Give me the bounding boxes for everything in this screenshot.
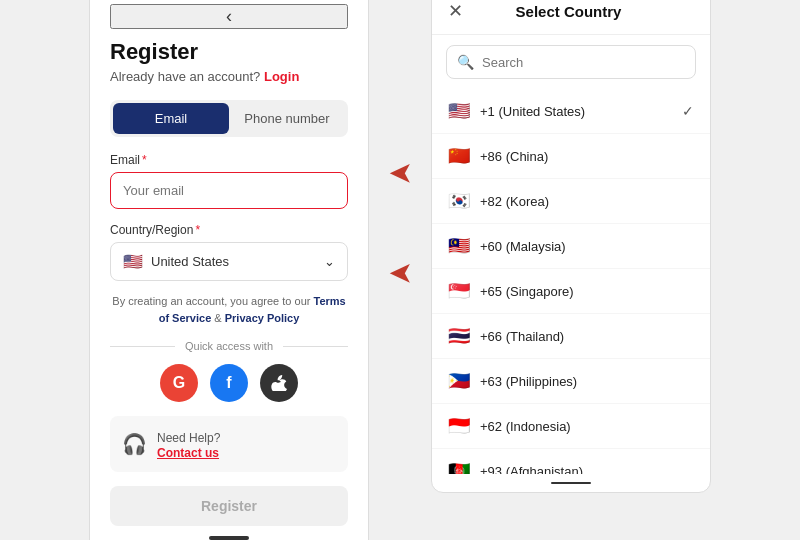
- country-name: +63 (Philippines): [480, 374, 577, 389]
- help-text-area: Need Help? Contact us: [157, 428, 220, 460]
- country-name: +65 (Singapore): [480, 284, 574, 299]
- panel-bottom-indicator: [551, 482, 591, 484]
- country-flag: 🇸🇬: [448, 280, 470, 302]
- country-name: +86 (China): [480, 149, 548, 164]
- panel-title: Select Country: [516, 3, 622, 20]
- country-item[interactable]: 🇨🇳 +86 (China): [432, 134, 710, 179]
- register-panel: ‹ Register Already have an account? Logi…: [89, 0, 369, 540]
- country-item[interactable]: 🇰🇷 +82 (Korea): [432, 179, 710, 224]
- check-mark: ✓: [682, 103, 694, 119]
- dropdown-arrow-icon: ⌄: [324, 254, 335, 269]
- country-flag: 🇺🇸: [448, 100, 470, 122]
- quick-access-line-left: [110, 346, 175, 347]
- login-link[interactable]: Login: [264, 69, 299, 84]
- country-flag: 🇲🇾: [448, 235, 470, 257]
- email-label: Email*: [110, 153, 348, 167]
- arrow-2: ➤: [389, 258, 411, 289]
- country-item-left: 🇵🇭 +63 (Philippines): [448, 370, 577, 392]
- selected-country-flag: 🇺🇸: [123, 252, 143, 271]
- country-selector[interactable]: 🇺🇸 United States ⌄: [110, 242, 348, 281]
- arrows-container: ➤ ➤: [389, 123, 411, 323]
- country-flag: 🇦🇫: [448, 460, 470, 474]
- quick-access-label: Quick access with: [185, 340, 273, 352]
- google-button[interactable]: G: [160, 364, 198, 402]
- country-flag: 🇹🇭: [448, 325, 470, 347]
- country-item-left: 🇹🇭 +66 (Thailand): [448, 325, 564, 347]
- close-button[interactable]: ✕: [448, 0, 463, 22]
- required-star-country: *: [195, 223, 200, 237]
- country-flag: 🇵🇭: [448, 370, 470, 392]
- country-name: +62 (Indonesia): [480, 419, 571, 434]
- need-help-label: Need Help?: [157, 431, 220, 445]
- terms-text: By creating an account, you agree to our…: [110, 293, 348, 326]
- search-box: 🔍: [446, 45, 696, 79]
- country-item-left: 🇦🇫 +93 (Afghanistan): [448, 460, 583, 474]
- country-item[interactable]: 🇺🇸 +1 (United States) ✓: [432, 89, 710, 134]
- country-item-left: 🇰🇷 +82 (Korea): [448, 190, 549, 212]
- country-name: +1 (United States): [480, 104, 585, 119]
- bottom-indicator: [209, 536, 249, 540]
- email-input[interactable]: [110, 172, 348, 209]
- country-item[interactable]: 🇹🇭 +66 (Thailand): [432, 314, 710, 359]
- country-item[interactable]: 🇮🇩 +62 (Indonesia): [432, 404, 710, 449]
- help-icon: 🎧: [122, 432, 147, 456]
- country-item[interactable]: 🇲🇾 +60 (Malaysia): [432, 224, 710, 269]
- country-panel: ✕ Select Country 🔍 🇺🇸 +1 (United States)…: [431, 0, 711, 493]
- country-flag: 🇮🇩: [448, 415, 470, 437]
- country-selector-left: 🇺🇸 United States: [123, 252, 229, 271]
- required-star: *: [142, 153, 147, 167]
- facebook-button[interactable]: f: [210, 364, 248, 402]
- already-account-text: Already have an account? Login: [110, 69, 348, 84]
- social-buttons: G f: [110, 364, 348, 402]
- country-item-left: 🇨🇳 +86 (China): [448, 145, 548, 167]
- country-list: 🇺🇸 +1 (United States) ✓ 🇨🇳 +86 (China) 🇰…: [432, 89, 710, 474]
- privacy-link[interactable]: Privacy Policy: [225, 312, 300, 324]
- apple-icon: [271, 375, 287, 391]
- tab-group: Email Phone number: [110, 100, 348, 137]
- country-flag: 🇰🇷: [448, 190, 470, 212]
- tab-phone[interactable]: Phone number: [229, 103, 345, 134]
- tab-email[interactable]: Email: [113, 103, 229, 134]
- contact-us-link[interactable]: Contact us: [157, 446, 220, 460]
- country-name: +60 (Malaysia): [480, 239, 566, 254]
- country-flag: 🇨🇳: [448, 145, 470, 167]
- register-title: Register: [110, 39, 348, 65]
- country-item[interactable]: 🇸🇬 +65 (Singapore): [432, 269, 710, 314]
- quick-access-line-right: [283, 346, 348, 347]
- country-item[interactable]: 🇵🇭 +63 (Philippines): [432, 359, 710, 404]
- country-item[interactable]: 🇦🇫 +93 (Afghanistan): [432, 449, 710, 474]
- country-name: +66 (Thailand): [480, 329, 564, 344]
- selected-country-name: United States: [151, 254, 229, 269]
- country-item-left: 🇸🇬 +65 (Singapore): [448, 280, 574, 302]
- back-button[interactable]: ‹: [110, 4, 348, 29]
- country-item-left: 🇺🇸 +1 (United States): [448, 100, 585, 122]
- arrow-1: ➤: [389, 158, 411, 189]
- country-panel-header: ✕ Select Country: [432, 0, 710, 35]
- help-box: 🎧 Need Help? Contact us: [110, 416, 348, 472]
- country-label: Country/Region*: [110, 223, 348, 237]
- register-button[interactable]: Register: [110, 486, 348, 526]
- quick-access-row: Quick access with: [110, 340, 348, 352]
- country-name: +93 (Afghanistan): [480, 464, 583, 474]
- country-item-left: 🇮🇩 +62 (Indonesia): [448, 415, 571, 437]
- search-icon: 🔍: [457, 54, 474, 70]
- country-item-left: 🇲🇾 +60 (Malaysia): [448, 235, 566, 257]
- country-search-input[interactable]: [482, 55, 685, 70]
- country-name: +82 (Korea): [480, 194, 549, 209]
- apple-button[interactable]: [260, 364, 298, 402]
